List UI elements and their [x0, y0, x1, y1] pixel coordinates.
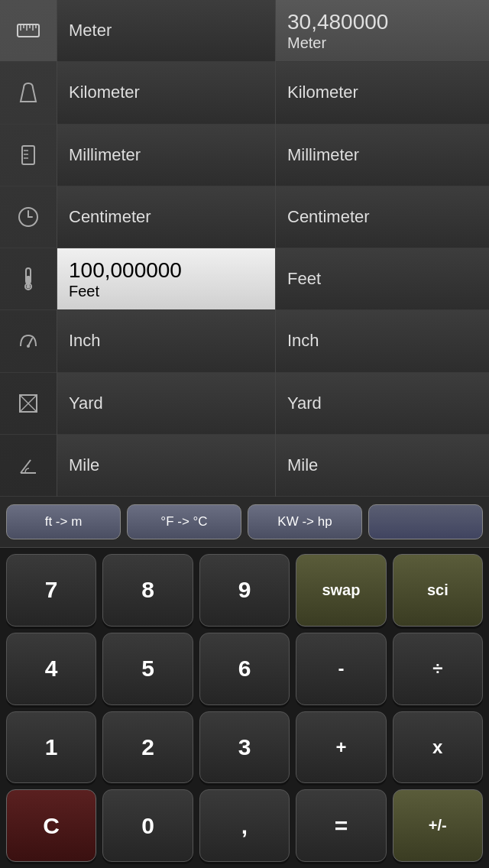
key-9[interactable]: 9 — [199, 554, 290, 627]
key-4[interactable]: 4 — [6, 633, 96, 705]
key-plusminus[interactable]: +/- — [393, 789, 483, 862]
unit-meter-right[interactable]: 30,480000 Meter — [276, 0, 489, 62]
sidebar-item-temperature[interactable] — [0, 248, 57, 310]
sidebar-item-area[interactable] — [0, 373, 57, 435]
unit-mile-left-label: Mile — [69, 455, 99, 475]
svg-point-18 — [27, 285, 31, 289]
quick-btn-f-c[interactable]: °F -> °C — [127, 504, 241, 539]
unit-meter-left[interactable]: Meter — [57, 0, 275, 62]
sidebar — [0, 0, 57, 497]
key-6[interactable]: 6 — [199, 633, 290, 705]
unit-meter-right-value: 30,480000 — [287, 10, 388, 34]
key-equals[interactable]: = — [296, 789, 386, 862]
unit-millimeter-right-label: Millimeter — [287, 145, 359, 165]
unit-kilometer-left-label: Kilometer — [69, 83, 140, 102]
unit-meter-left-label: Meter — [69, 21, 112, 40]
unit-kilometer-right-label: Kilometer — [287, 83, 358, 102]
unit-yard-left[interactable]: Yard — [57, 373, 275, 435]
key-2[interactable]: 2 — [102, 711, 193, 784]
unit-yard-left-label: Yard — [69, 394, 103, 413]
key-multiply[interactable]: x — [393, 711, 483, 784]
unit-millimeter-left-label: Millimeter — [69, 145, 141, 165]
keypad: 7 8 9 swap sci 4 5 6 — [0, 548, 489, 868]
unit-yard-right-label: Yard — [287, 394, 322, 413]
sidebar-item-speed[interactable] — [0, 310, 57, 372]
key-minus[interactable]: - — [296, 633, 386, 705]
key-swap[interactable]: swap — [296, 554, 386, 627]
unit-feet-right-label: Feet — [287, 269, 321, 289]
unit-kilometer-left[interactable]: Kilometer — [57, 62, 275, 124]
svg-rect-17 — [27, 276, 30, 285]
quick-convert-bar: ft -> m °F -> °C KW -> hp — [0, 497, 489, 548]
sidebar-item-angle[interactable] — [0, 435, 57, 497]
key-divide[interactable]: ÷ — [393, 633, 483, 705]
unit-feet-right[interactable]: Feet — [276, 248, 489, 310]
unit-feet-left[interactable]: 100,000000 Feet — [57, 248, 275, 310]
unit-inch-left-label: Inch — [69, 331, 101, 351]
key-plus[interactable]: + — [296, 711, 386, 784]
unit-millimeter-left[interactable]: Millimeter — [57, 125, 275, 186]
unit-inch-right-label: Inch — [287, 331, 319, 351]
svg-point-19 — [27, 345, 30, 348]
unit-centimeter-right[interactable]: Centimeter — [276, 186, 489, 248]
unit-inch-right[interactable]: Inch — [276, 310, 489, 372]
quick-btn-extra[interactable] — [368, 504, 483, 539]
quick-btn-ft-m[interactable]: ft -> m — [6, 504, 121, 539]
sidebar-item-time[interactable] — [0, 186, 57, 248]
sidebar-item-volume[interactable] — [0, 125, 57, 186]
key-0[interactable]: 0 — [102, 789, 193, 862]
unit-centimeter-left-label: Centimeter — [69, 207, 151, 227]
unit-mile-left[interactable]: Mile — [57, 435, 275, 497]
key-8[interactable]: 8 — [102, 554, 193, 627]
key-comma[interactable]: , — [199, 789, 290, 862]
unit-feet-left-value: 100,000000 — [69, 258, 182, 283]
unit-centimeter-right-label: Centimeter — [287, 207, 370, 227]
svg-rect-8 — [22, 146, 34, 164]
unit-mile-right[interactable]: Mile — [276, 435, 489, 497]
key-sci[interactable]: sci — [393, 554, 483, 627]
key-7[interactable]: 7 — [6, 554, 96, 627]
unit-list-right: 30,480000 Meter Kilometer Millimeter Cen… — [276, 0, 489, 497]
unit-kilometer-right[interactable]: Kilometer — [276, 62, 489, 124]
unit-feet-left-label: Feet — [69, 283, 182, 300]
quick-btn-kw-hp[interactable]: KW -> hp — [248, 504, 362, 539]
unit-centimeter-left[interactable]: Centimeter — [57, 186, 275, 248]
converter-area: Meter Kilometer Millimeter Centimeter 10… — [0, 0, 489, 497]
unit-mile-right-label: Mile — [287, 455, 318, 475]
sidebar-item-weight[interactable] — [0, 62, 57, 124]
unit-inch-left[interactable]: Inch — [57, 310, 275, 372]
unit-yard-right[interactable]: Yard — [276, 373, 489, 435]
sidebar-item-ruler[interactable] — [0, 0, 57, 62]
key-1[interactable]: 1 — [6, 711, 96, 784]
unit-list-left: Meter Kilometer Millimeter Centimeter 10… — [57, 0, 276, 497]
key-5[interactable]: 5 — [102, 633, 193, 705]
key-clear[interactable]: C — [6, 789, 96, 862]
unit-millimeter-right[interactable]: Millimeter — [276, 125, 489, 186]
calculator-section: ft -> m °F -> °C KW -> hp 7 8 9 swap — [0, 497, 489, 868]
unit-meter-right-label: Meter — [287, 34, 388, 52]
key-3[interactable]: 3 — [199, 711, 290, 784]
